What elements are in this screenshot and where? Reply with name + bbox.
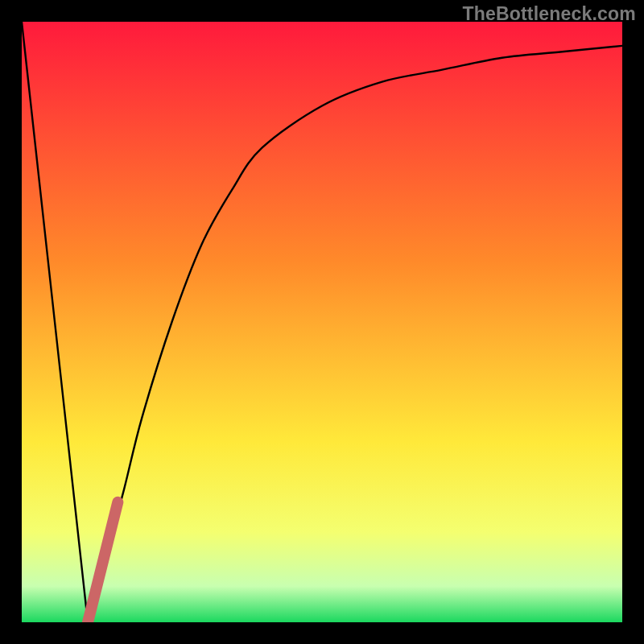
plot-svg [22, 22, 622, 622]
stage: TheBottleneck.com [0, 0, 644, 644]
plot-frame [22, 22, 622, 622]
